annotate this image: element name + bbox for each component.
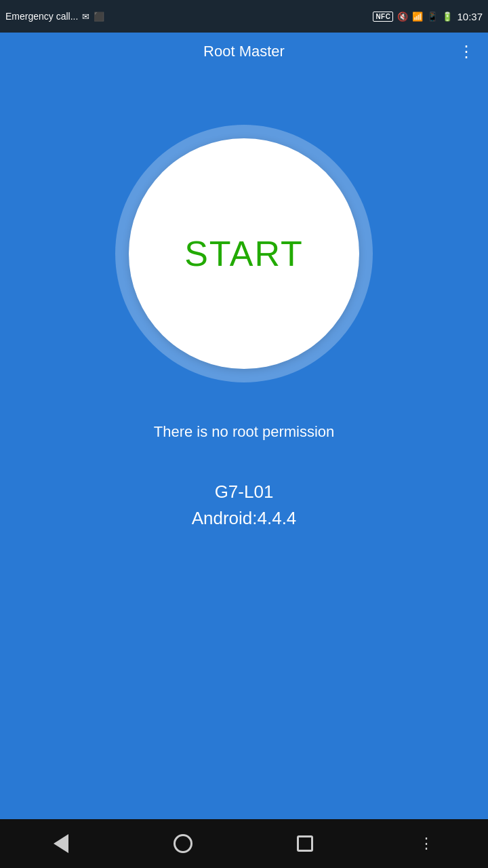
status-bar: Emergency call... ✉ ⬛ NFC 🔇 📶 📱 🔋 10:37 [0, 0, 488, 33]
app-bar: Root Master ⋮ [0, 33, 488, 71]
mute-icon: 🔇 [397, 12, 408, 22]
device-model: G7-L01 [215, 481, 274, 502]
back-button[interactable] [41, 827, 81, 860]
navigation-bar: ⋮ [0, 819, 488, 868]
battery-icon: 🔋 [442, 12, 453, 22]
gmail-icon: ✉ [82, 12, 89, 22]
recents-button[interactable] [285, 827, 325, 860]
back-icon [54, 834, 68, 853]
recents-icon [297, 835, 313, 852]
nav-more-icon: ⋮ [419, 835, 435, 852]
root-status-text: There is no root permission [127, 423, 362, 441]
home-button[interactable] [163, 827, 203, 860]
wifi-icon: 📶 [412, 12, 423, 22]
start-button-label: START [184, 233, 304, 274]
more-options-button[interactable]: ⋮ [455, 43, 477, 60]
start-button[interactable]: START [129, 138, 359, 369]
time-display: 10:37 [457, 11, 483, 22]
nfc-icon: NFC [373, 12, 393, 22]
status-icons-right: NFC 🔇 📶 📱 🔋 10:37 [373, 11, 483, 22]
android-version: Android:4.4.4 [192, 508, 297, 529]
device-info: G7-L01 Android:4.4.4 [192, 481, 297, 529]
main-content: START There is no root permission G7-L01… [0, 71, 488, 819]
start-button-outer[interactable]: START [115, 125, 373, 382]
emergency-call-text: Emergency call... [5, 11, 78, 22]
app-title: Root Master [33, 43, 455, 60]
status-bar-left: Emergency call... ✉ ⬛ [5, 11, 104, 22]
home-icon [174, 834, 192, 853]
start-button-container[interactable]: START [115, 125, 373, 382]
nav-more-button[interactable]: ⋮ [407, 827, 447, 860]
sim-icon: 📱 [427, 12, 438, 22]
screenshot-icon: ⬛ [94, 12, 104, 22]
